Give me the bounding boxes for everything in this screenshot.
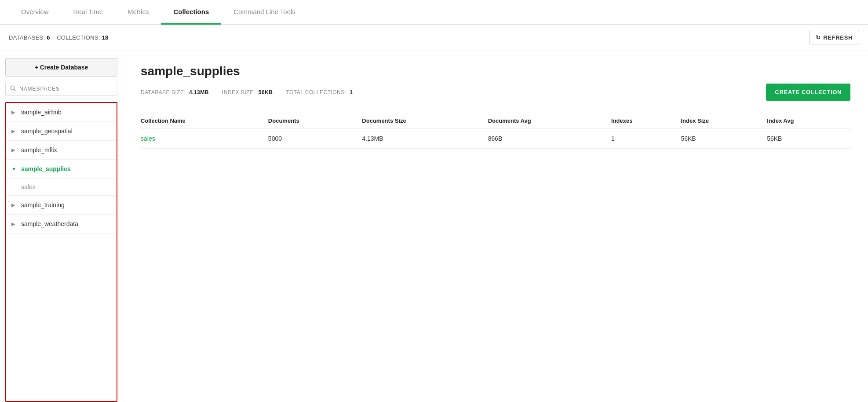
refresh-button[interactable]: ↻ REFRESH <box>809 31 859 44</box>
sidebar: + Create Database ▶sample_airbnb▶sample_… <box>0 51 123 402</box>
main-content: sample_supplies DATABASE SIZE: 4.13MB IN… <box>123 51 868 402</box>
chevron-right-icon: ▶ <box>11 202 18 208</box>
databases-label: DATABASES: <box>9 34 45 41</box>
database-name: sample_training <box>21 201 65 208</box>
create-database-button[interactable]: + Create Database <box>5 58 117 77</box>
chevron-right-icon: ▶ <box>11 110 18 115</box>
database-name: sample_airbnb <box>21 109 62 116</box>
stats-bar: DATABASES: 6 COLLECTIONS: 18 ↻ REFRESH <box>0 25 868 51</box>
collections-table-header: Collection NameDocumentsDocuments SizeDo… <box>141 113 850 129</box>
chevron-right-icon: ▶ <box>11 221 18 227</box>
chevron-down-icon: ▼ <box>11 166 18 172</box>
refresh-icon: ↻ <box>816 34 821 41</box>
stats-text: DATABASES: 6 COLLECTIONS: 18 <box>9 34 109 41</box>
collections-value: 18 <box>102 34 109 41</box>
documents-cell: 5000 <box>268 129 362 149</box>
create-collection-label: CREATE COLLECTION <box>775 89 842 95</box>
total-collections-value: 1 <box>350 89 353 95</box>
index-size-cell: 56KB <box>681 129 767 149</box>
table-header-index-avg: Index Avg <box>767 113 850 129</box>
create-collection-button[interactable]: CREATE COLLECTION <box>766 84 850 101</box>
search-icon <box>10 85 16 92</box>
db-size-value: 4.13MB <box>189 89 209 95</box>
database-name: sample_weatherdata <box>21 220 78 227</box>
namespace-search-box[interactable] <box>5 82 117 96</box>
db-size-stat: DATABASE SIZE: 4.13MB <box>141 89 209 95</box>
collection-link[interactable]: sales <box>141 135 155 142</box>
db-item[interactable]: ▶sample_weatherdata <box>6 215 117 234</box>
total-collections-stat: TOTAL COLLECTIONS: 1 <box>286 89 353 95</box>
databases-value: 6 <box>47 34 50 41</box>
collections-label: COLLECTIONS: <box>57 34 100 41</box>
documents-avg-cell: 866B <box>488 129 611 149</box>
table-header-documents-avg: Documents Avg <box>488 113 611 129</box>
chevron-right-icon: ▶ <box>11 128 18 134</box>
database-title: sample_supplies <box>141 64 850 78</box>
database-meta: DATABASE SIZE: 4.13MB INDEX SIZE: 56KB T… <box>141 84 850 101</box>
table-header-index-size: Index Size <box>681 113 767 129</box>
db-item[interactable]: ▶sample_geospatial <box>6 122 117 141</box>
db-item[interactable]: ▶sample_mflix <box>6 141 117 160</box>
db-item[interactable]: ▼sample_supplies <box>6 160 117 179</box>
table-header-documents-size: Documents Size <box>362 113 488 129</box>
table-row: sales50004.13MB866B156KB56KB <box>141 129 850 149</box>
index-avg-cell: 56KB <box>767 129 850 149</box>
database-stats: DATABASE SIZE: 4.13MB INDEX SIZE: 56KB T… <box>141 89 353 95</box>
top-navigation: OverviewReal TimeMetricsCollectionsComma… <box>0 0 868 25</box>
tab-realtime[interactable]: Real Time <box>61 0 116 25</box>
collection-name-cell[interactable]: sales <box>141 129 268 149</box>
collection-item[interactable]: sales <box>6 179 117 196</box>
database-name: sample_geospatial <box>21 128 73 135</box>
database-name: sample_supplies <box>21 165 71 172</box>
create-database-label: + Create Database <box>35 64 88 71</box>
chevron-right-icon: ▶ <box>11 147 18 153</box>
documents-size-cell: 4.13MB <box>362 129 488 149</box>
table-header-collection-name: Collection Name <box>141 113 268 129</box>
tab-metrics[interactable]: Metrics <box>115 0 161 25</box>
table-header-row: Collection NameDocumentsDocuments SizeDo… <box>141 113 850 129</box>
db-item[interactable]: ▶sample_airbnb <box>6 103 117 122</box>
main-layout: + Create Database ▶sample_airbnb▶sample_… <box>0 51 868 402</box>
db-size-label: DATABASE SIZE: <box>141 89 186 95</box>
collections-table-body: sales50004.13MB866B156KB56KB <box>141 129 850 149</box>
db-item[interactable]: ▶sample_training <box>6 196 117 215</box>
indexes-cell: 1 <box>611 129 681 149</box>
database-list: ▶sample_airbnb▶sample_geospatial▶sample_… <box>5 102 117 402</box>
index-size-stat: INDEX SIZE: 56KB <box>222 89 273 95</box>
table-header-indexes: Indexes <box>611 113 681 129</box>
index-size-label: INDEX SIZE: <box>222 89 255 95</box>
refresh-label: REFRESH <box>823 34 853 41</box>
total-collections-label: TOTAL COLLECTIONS: <box>286 89 346 95</box>
tab-collections[interactable]: Collections <box>161 0 221 25</box>
collections-table: Collection NameDocumentsDocuments SizeDo… <box>141 113 850 149</box>
tab-commandline[interactable]: Command Line Tools <box>221 0 308 25</box>
index-size-value: 56KB <box>259 89 273 95</box>
svg-line-1 <box>14 89 16 91</box>
table-header-documents: Documents <box>268 113 362 129</box>
search-input[interactable] <box>19 86 113 92</box>
database-name: sample_mflix <box>21 146 57 153</box>
tab-overview[interactable]: Overview <box>9 0 61 25</box>
